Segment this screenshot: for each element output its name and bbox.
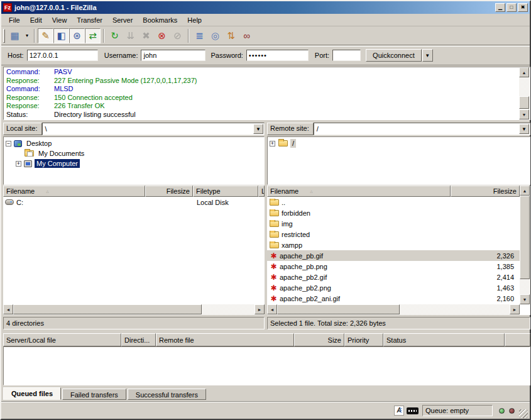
column-header-filesize[interactable]: Filesize xyxy=(451,185,520,197)
local-site-combobox[interactable]: \ ▼ xyxy=(42,123,265,135)
file-row[interactable]: forbidden xyxy=(267,207,520,218)
synchronized-browsing-icon[interactable]: ⇅ xyxy=(223,28,239,43)
quickconnect-button[interactable]: Quickconnect xyxy=(366,49,422,62)
menu-bookmarks[interactable]: Bookmarks xyxy=(138,14,182,26)
filezilla-logo-icon: Fz xyxy=(3,3,12,12)
toggle-message-log-icon[interactable]: ✎ xyxy=(38,28,53,43)
column-header-status[interactable]: Status xyxy=(383,333,505,346)
tree-item-root[interactable]: + / xyxy=(270,138,530,148)
toggle-remote-tree-icon[interactable]: ⊛ xyxy=(69,28,85,43)
log-scrollbar[interactable]: ▲ ▼ xyxy=(519,67,530,119)
scroll-thumb[interactable] xyxy=(520,196,530,279)
tree-item-label[interactable]: My Computer xyxy=(35,159,80,168)
site-manager-dropdown-icon[interactable]: ▾ xyxy=(23,28,31,43)
scroll-thumb[interactable] xyxy=(13,304,202,314)
refresh-icon[interactable]: ↻ xyxy=(107,28,123,43)
file-row[interactable]: img xyxy=(267,218,520,229)
folder-icon xyxy=(270,242,279,248)
process-queue-icon[interactable]: ⇊ xyxy=(123,28,138,43)
tab-successful-transfers[interactable]: Successful transfers xyxy=(128,389,206,400)
menu-help[interactable]: Help xyxy=(182,14,207,26)
scroll-up-icon[interactable]: ▲ xyxy=(520,185,530,196)
tab-queued-files[interactable]: Queued files xyxy=(3,387,61,400)
reconnect-icon[interactable]: ⊘ xyxy=(170,28,185,43)
file-row[interactable]: xampp xyxy=(267,240,520,250)
menu-transfer[interactable]: Transfer xyxy=(72,14,107,26)
scroll-right-icon[interactable]: ► xyxy=(255,304,265,314)
remote-vscrollbar[interactable]: ▲ ▼ xyxy=(520,185,530,304)
file-row-selected[interactable]: ✱apache_pb.gif 2,326 xyxy=(267,250,520,261)
tree-item-my-computer[interactable]: + My Computer xyxy=(6,158,264,169)
scroll-left-icon[interactable]: ◄ xyxy=(267,304,277,314)
menu-view[interactable]: View xyxy=(47,14,72,26)
column-header-priority[interactable]: Priority xyxy=(344,333,383,346)
file-row[interactable]: ✱apache_pb2_ani.gif 2,160 xyxy=(267,293,520,304)
file-row[interactable]: ✱apache_pb.png 1,385 xyxy=(267,261,520,272)
column-header-size[interactable]: Size xyxy=(294,333,344,346)
column-header-filename[interactable]: Filename▵ xyxy=(3,185,145,197)
port-input[interactable] xyxy=(332,50,361,61)
column-header-direction[interactable]: Directi... xyxy=(121,333,156,346)
resize-grip[interactable] xyxy=(519,409,528,418)
scroll-thumb[interactable] xyxy=(519,96,529,109)
collapse-icon[interactable]: − xyxy=(6,141,11,146)
log-label: Response: xyxy=(6,102,54,111)
image-file-icon: ✱ xyxy=(269,252,278,260)
site-manager-icon[interactable]: ▦ xyxy=(7,28,23,43)
tree-item-label[interactable]: My Documents xyxy=(36,149,86,158)
column-header-filetype[interactable]: Filetype xyxy=(193,185,258,197)
expand-icon[interactable]: + xyxy=(16,161,21,167)
column-header-remote-file[interactable]: Remote file xyxy=(156,333,294,346)
close-button[interactable]: ✖ xyxy=(518,3,528,12)
tree-item-label[interactable]: / xyxy=(290,139,296,148)
title-bar[interactable]: Fz john@127.0.0.1 - FileZilla ▁ □ ✖ xyxy=(1,1,530,14)
toggle-transfer-queue-icon[interactable]: ⇄ xyxy=(85,28,101,43)
menu-file[interactable]: File xyxy=(4,14,25,26)
directory-comparison-icon[interactable]: ◎ xyxy=(207,28,223,43)
tree-item-desktop[interactable]: − Desktop xyxy=(6,138,264,148)
status-bar: A Queue: empty xyxy=(1,402,530,419)
scroll-right-icon[interactable]: ► xyxy=(510,304,520,314)
combo-dropdown-icon[interactable]: ▼ xyxy=(519,124,529,134)
scroll-up-icon[interactable]: ▲ xyxy=(519,67,529,77)
expand-icon[interactable]: + xyxy=(270,141,275,146)
find-files-icon[interactable]: ∞ xyxy=(239,28,255,43)
disconnect-icon[interactable]: ⊗ xyxy=(154,28,170,43)
filename-filters-icon[interactable]: ≣ xyxy=(192,28,207,43)
tree-item-my-documents[interactable]: My Documents xyxy=(6,148,264,158)
file-row[interactable]: ✱apache_pb2.gif 2,414 xyxy=(267,272,520,282)
toggle-local-tree-icon[interactable]: ◧ xyxy=(53,28,69,43)
column-header-filename[interactable]: Filename▵ xyxy=(267,185,451,197)
scroll-down-icon[interactable]: ▼ xyxy=(519,109,529,119)
file-row[interactable]: ✱apache_pb2.png 1,463 xyxy=(267,282,520,293)
file-row[interactable]: restricted xyxy=(267,229,520,240)
local-hscrollbar[interactable]: ◄ ► xyxy=(3,304,265,315)
file-row[interactable]: .. xyxy=(267,197,520,207)
username-input[interactable] xyxy=(141,50,205,61)
quickconnect-dropdown-icon[interactable]: ▼ xyxy=(422,49,433,62)
remote-hscrollbar[interactable]: ◄ ► xyxy=(267,304,520,315)
log-label: Command: xyxy=(6,68,54,77)
password-input[interactable] xyxy=(246,50,309,61)
remote-site-combobox[interactable]: / ▼ xyxy=(314,123,530,135)
tab-failed-transfers[interactable]: Failed transfers xyxy=(62,389,126,400)
column-header-filesize[interactable]: Filesize xyxy=(145,185,193,197)
column-header-lastmodified[interactable]: L xyxy=(258,185,265,197)
speed-limit-icon[interactable] xyxy=(407,407,419,414)
scroll-left-icon[interactable]: ◄ xyxy=(3,304,13,314)
maximize-button[interactable]: □ xyxy=(506,3,517,12)
scroll-down-icon[interactable]: ▼ xyxy=(520,294,530,304)
scroll-thumb[interactable] xyxy=(277,304,400,314)
menu-server[interactable]: Server xyxy=(107,14,138,26)
file-row-c-drive[interactable]: C: Local Disk xyxy=(3,197,265,207)
tree-item-label[interactable]: Desktop xyxy=(25,139,53,148)
combo-dropdown-icon[interactable]: ▼ xyxy=(253,124,263,134)
log-label: Status: xyxy=(6,111,54,119)
minimize-button[interactable]: ▁ xyxy=(495,3,505,12)
cancel-operation-icon[interactable]: ✖ xyxy=(138,28,154,43)
menu-edit[interactable]: Edit xyxy=(25,14,47,26)
column-header-server-local-file[interactable]: Server/Local file xyxy=(3,333,121,346)
toolbar-grip[interactable] xyxy=(3,29,5,43)
toolbar-separator xyxy=(188,29,189,43)
host-input[interactable] xyxy=(27,50,98,61)
